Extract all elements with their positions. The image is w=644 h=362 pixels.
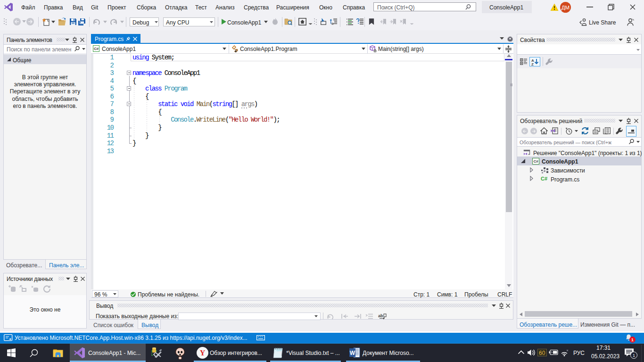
svg-text:ab: ab: [378, 313, 383, 318]
svg-text:W: W: [350, 350, 355, 356]
svg-text:Z: Z: [531, 62, 534, 66]
